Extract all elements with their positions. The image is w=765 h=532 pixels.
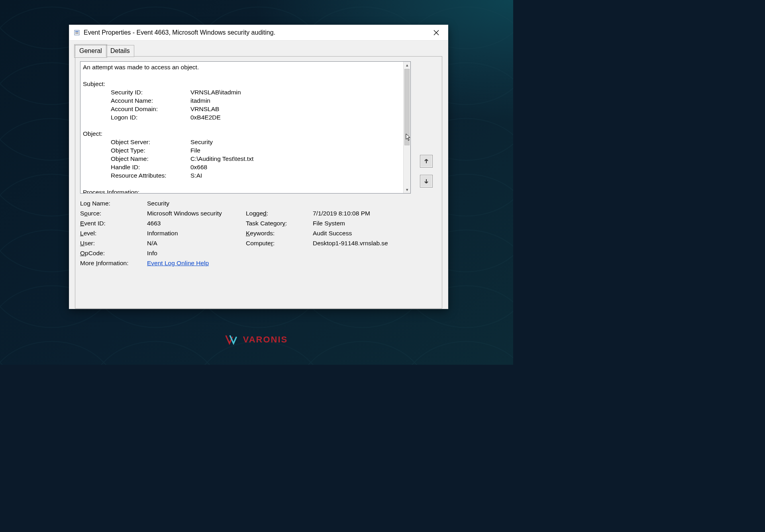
svg-rect-2 (75, 31, 78, 32)
close-button[interactable] (427, 26, 445, 39)
event-id-label: Event ID: (80, 220, 144, 227)
user-value: N/A (147, 240, 243, 247)
logged-label: Logged: (246, 210, 310, 217)
source-label: Source: (80, 210, 144, 217)
next-event-button[interactable] (420, 175, 433, 188)
user-label: User: (80, 240, 144, 247)
source-value: Microsoft Windows security (147, 210, 243, 217)
level-label: Level: (80, 230, 144, 237)
tab-general[interactable]: General (75, 45, 106, 57)
logged-value: 7/1/2019 8:10:08 PM (313, 210, 437, 217)
tab-strip: General Details (75, 45, 442, 57)
tab-panel-general: An attempt was made to access an object.… (75, 56, 442, 309)
varonis-logo: VARONIS (226, 334, 288, 345)
event-log-online-help-link[interactable]: Event Log Online Help (147, 260, 209, 266)
event-properties-window: Event Properties - Event 4663, Microsoft… (69, 25, 448, 309)
level-value: Information (147, 230, 243, 237)
scroll-up-arrow[interactable]: ▴ (404, 62, 410, 68)
opcode-value: Info (147, 250, 437, 257)
computer-value: Desktop1-91148.vrnslab.se (313, 240, 437, 247)
more-info-label: More Information: (80, 260, 144, 267)
event-message-text: An attempt was made to access an object.… (80, 62, 403, 193)
task-category-value: File System (313, 220, 437, 227)
log-name-label: Log Name: (80, 200, 144, 207)
svg-rect-3 (75, 32, 78, 33)
opcode-label: OpCode: (80, 250, 144, 257)
event-fields: Log Name: Security Source: Microsoft Win… (80, 200, 437, 267)
scroll-down-arrow[interactable]: ▾ (404, 186, 410, 193)
task-category-label: Task Category: (246, 220, 310, 227)
window-title: Event Properties - Event 4663, Microsoft… (84, 29, 275, 36)
computer-label: Computer: (246, 240, 310, 247)
svg-rect-4 (75, 33, 78, 34)
keywords-value: Audit Success (313, 230, 437, 237)
event-id-value: 4663 (147, 220, 243, 227)
app-icon (73, 29, 80, 36)
scrollbar[interactable]: ▴ ▾ (403, 62, 410, 193)
log-name-value: Security (147, 200, 437, 207)
prev-event-button[interactable] (420, 155, 433, 168)
keywords-label: Keywords: (246, 230, 310, 237)
event-message-pane[interactable]: An attempt was made to access an object.… (80, 61, 411, 194)
titlebar: Event Properties - Event 4663, Microsoft… (69, 25, 448, 41)
tab-details[interactable]: Details (106, 45, 134, 57)
mouse-cursor-icon (406, 133, 411, 143)
varonis-wordmark: VARONIS (243, 334, 288, 345)
